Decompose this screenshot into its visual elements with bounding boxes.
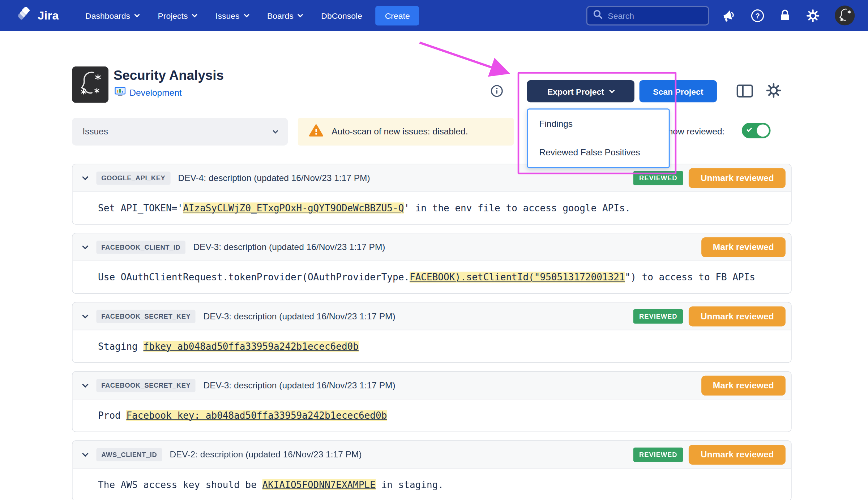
top-nav-bar: Jira Dashboards Projects Issues Boards D… [0, 0, 868, 31]
search-input[interactable] [608, 11, 702, 20]
lock-icon[interactable] [779, 9, 791, 22]
reviewed-badge: REVIEWED [633, 447, 683, 462]
unmark-reviewed-button[interactable]: Unmark reviewed [689, 306, 786, 326]
highlighted-secret: FACEBOOK).setClientId("950513172001321 [410, 272, 625, 283]
secret-type-badge: FACEBOOK_SECRET_KEY [96, 379, 196, 392]
settings-icon[interactable] [766, 82, 782, 101]
chevron-down-icon [244, 12, 249, 17]
issue-card: AWS_CLIENT_ID DEV-2: description (update… [72, 440, 792, 500]
highlighted-secret: AIzaSyCLWjZ0_ETxgPOxH-gQYT9ODeWcBBZU5-Q [183, 202, 404, 214]
chevron-down-icon [273, 128, 278, 133]
user-avatar[interactable] [835, 5, 855, 25]
secret-type-badge: FACEBOOK_SECRET_KEY [96, 310, 196, 323]
main-content: Security Analysis Development Export Pro… [0, 31, 868, 500]
nav-icon-cluster: ? [721, 5, 855, 25]
create-button[interactable]: Create [376, 6, 419, 25]
reviewed-badge: REVIEWED [633, 309, 683, 323]
export-project-menu: Findings Reviewed False Positives [527, 108, 670, 168]
secret-snippet: The AWS access key should be AKIAIO5FODN… [98, 479, 444, 490]
jira-logo[interactable]: Jira [18, 7, 59, 24]
nav-item-dbconsole[interactable]: DbConsole [321, 11, 362, 20]
project-category-icon [115, 87, 126, 99]
secret-snippet: Use OAuthClientRequest.tokenProvider(OAu… [98, 272, 755, 283]
show-reviewed-toggle[interactable] [742, 123, 771, 138]
export-menu-item-reviewed-false-positives[interactable]: Reviewed False Positives [528, 138, 669, 167]
project-breadcrumb: Development [115, 87, 182, 99]
secret-type-badge: FACEBOOK_CLIENT_ID [96, 240, 185, 254]
global-search[interactable] [586, 6, 709, 25]
expand-chevron-icon[interactable] [83, 453, 87, 456]
nav-item-projects[interactable]: Projects [158, 11, 197, 20]
highlighted-secret: Facebook key: ab048ad50ffa33959a242b1ece… [126, 410, 387, 421]
megaphone-icon[interactable] [721, 9, 736, 22]
layout-icon[interactable] [736, 83, 753, 100]
page-title: Security Analysis [114, 68, 224, 83]
issue-title: DEV-3: description (updated 16/Nov/23 1:… [193, 242, 385, 252]
show-reviewed-label: Show reviewed: [662, 127, 724, 137]
unmark-reviewed-button[interactable]: Unmark reviewed [689, 168, 786, 188]
jira-logo-text: Jira [38, 9, 59, 22]
mark-reviewed-button[interactable]: Mark reviewed [701, 375, 786, 395]
issue-card: GOOGLE_API_KEY DEV-4: description (updat… [72, 164, 792, 224]
chevron-down-icon [192, 12, 197, 17]
warning-icon [309, 124, 323, 139]
gear-icon[interactable] [806, 9, 820, 22]
issue-list: GOOGLE_API_KEY DEV-4: description (updat… [72, 164, 792, 500]
secret-type-badge: GOOGLE_API_KEY [96, 171, 170, 185]
issue-title: DEV-2: description (updated 16/Nov/23 1:… [170, 449, 362, 460]
nav-item-dashboards[interactable]: Dashboards [85, 11, 139, 20]
nav-menu: Dashboards Projects Issues Boards DbCons… [85, 11, 362, 20]
autoscan-warning-banner: Auto-scan of new issues: disabled. [298, 118, 514, 146]
issue-title: DEV-3: description (updated 16/Nov/23 1:… [204, 311, 395, 321]
highlighted-secret: fbkey ab048ad50ffa33959a242b1ecec6ed0b [143, 341, 359, 352]
expand-chevron-icon[interactable] [83, 315, 87, 317]
highlighted-secret: AKIAIO5FODNN7EXAMPLE [262, 479, 376, 490]
expand-chevron-icon[interactable] [83, 384, 87, 386]
reviewed-badge: REVIEWED [633, 171, 683, 185]
chevron-down-icon [298, 12, 303, 17]
unmark-reviewed-button[interactable]: Unmark reviewed [689, 444, 786, 464]
chevron-down-icon [610, 87, 615, 93]
issue-title: DEV-3: description (updated 16/Nov/23 1:… [204, 380, 395, 391]
mark-reviewed-button[interactable]: Mark reviewed [701, 237, 786, 257]
issues-filter-dropdown[interactable]: Issues [72, 118, 288, 146]
help-icon[interactable]: ? [751, 9, 764, 22]
issue-card: FACEBOOK_SECRET_KEY DEV-3: description (… [72, 371, 792, 432]
secret-type-badge: AWS_CLIENT_ID [96, 448, 162, 461]
issue-card: FACEBOOK_SECRET_KEY DEV-3: description (… [72, 302, 792, 363]
jira-security-analysis-page: Jira Dashboards Projects Issues Boards D… [0, 0, 868, 500]
issue-card: FACEBOOK_CLIENT_ID DEV-3: description (u… [72, 233, 792, 294]
check-icon [747, 126, 752, 132]
warning-text: Auto-scan of new issues: disabled. [332, 127, 468, 137]
scan-project-button[interactable]: Scan Project [640, 80, 717, 102]
expand-chevron-icon[interactable] [83, 177, 87, 179]
export-menu-item-findings[interactable]: Findings [528, 109, 669, 138]
secret-snippet: Prod Facebook key: ab048ad50ffa33959a242… [98, 410, 387, 421]
issue-title: DEV-4: description (updated 16/Nov/23 1:… [178, 173, 370, 183]
secret-snippet: Staging fbkey ab048ad50ffa33959a242b1ece… [98, 341, 359, 352]
nav-item-boards[interactable]: Boards [267, 11, 302, 20]
search-icon [593, 9, 603, 22]
secret-snippet: Set API_TOKEN='AIzaSyCLWjZ0_ETxgPOxH-gQY… [98, 202, 630, 214]
project-link[interactable]: Development [129, 88, 181, 98]
nav-item-issues[interactable]: Issues [215, 11, 248, 20]
project-avatar [72, 66, 108, 103]
info-icon[interactable] [491, 85, 503, 99]
chevron-down-icon [134, 12, 140, 17]
export-project-button[interactable]: Export Project [527, 80, 634, 102]
jira-logo-icon [18, 7, 33, 24]
expand-chevron-icon[interactable] [83, 246, 87, 248]
